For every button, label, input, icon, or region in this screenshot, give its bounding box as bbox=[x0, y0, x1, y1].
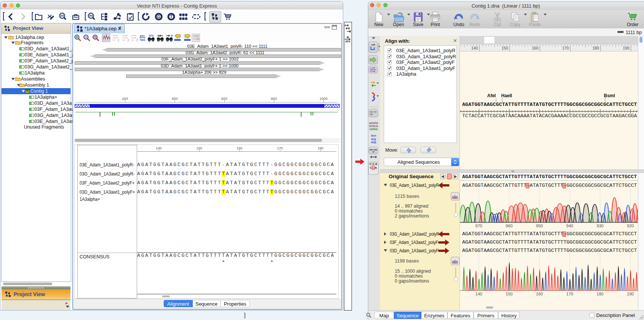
svg-text:1: 1 bbox=[117, 38, 119, 42]
svg-text:TAG: TAG bbox=[140, 39, 145, 41]
svg-text:ATC: ATC bbox=[140, 35, 145, 37]
svg-text:N: N bbox=[158, 34, 159, 37]
svg-text:G: G bbox=[157, 15, 160, 19]
svg-text:M: M bbox=[347, 36, 349, 39]
svg-text:T: T bbox=[170, 15, 172, 19]
svg-text:ENTREZ: ENTREZ bbox=[59, 15, 65, 17]
svg-text:ORF: ORF bbox=[193, 34, 199, 38]
svg-text:salt: salt bbox=[371, 43, 375, 46]
svg-text:2: 2 bbox=[127, 38, 129, 42]
svg-text:ATG: ATG bbox=[148, 34, 153, 37]
svg-text:BLAST: BLAST bbox=[89, 15, 94, 17]
svg-text:ATG: ATG bbox=[345, 40, 350, 43]
svg-text:3: 3 bbox=[136, 38, 138, 42]
svg-text:N: N bbox=[171, 34, 173, 37]
svg-text:∞: ∞ bbox=[372, 150, 375, 153]
